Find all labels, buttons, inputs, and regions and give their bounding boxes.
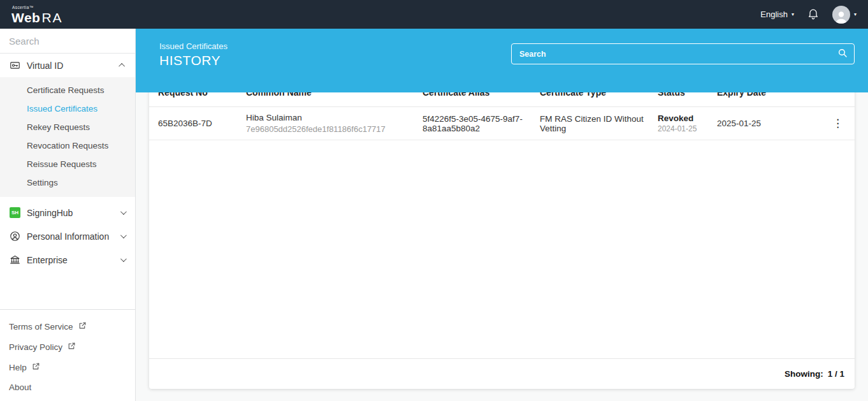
page-header-band: Issued Certificates HISTORY: [136, 29, 868, 92]
webra-app: Ascertia™ WebRA English ▾ ▾: [0, 0, 868, 401]
table-footer: Showing: 1 / 1: [149, 358, 855, 389]
sidebar: Virtual ID Certificate Requests Issued C…: [0, 29, 136, 401]
link-label: Help: [9, 363, 27, 372]
cell-common-name: Hiba Sulaiman 7e96805dd2526fede1f81186f6…: [237, 107, 414, 140]
brand-logo: Ascertia™ WebRA: [11, 4, 63, 25]
chevron-up-icon: [119, 63, 125, 69]
table-search-input[interactable]: [519, 50, 837, 59]
person-icon: [10, 231, 20, 242]
row-actions-button[interactable]: ⋮: [828, 115, 847, 131]
sidebar-search: [0, 29, 135, 54]
cell-status: Revoked 2024-01-25: [649, 107, 708, 140]
kebab-icon: ⋮: [832, 117, 843, 129]
table-empty-area: [149, 140, 855, 358]
showing-value: 1 / 1: [828, 369, 844, 379]
sidebar-search-input[interactable]: [9, 36, 136, 47]
table-search: [511, 43, 855, 64]
sidebar-item-reissue-requests[interactable]: Reissue Requests: [0, 155, 135, 173]
cell-actions: ⋮: [816, 107, 855, 140]
brand-webra-label: WebRA: [11, 11, 63, 24]
chevron-down-icon: [120, 256, 127, 262]
issued-certificates-card: Request No Common Name Certificate Alias…: [149, 78, 855, 389]
topbar-right-group: English ▾ ▾: [760, 6, 857, 24]
table-row[interactable]: 65B2036B-7D Hiba Sulaiman 7e96805dd2526f…: [149, 107, 855, 140]
cell-expiry-date: 2025-01-25: [708, 107, 816, 140]
chevron-down-icon: ▾: [854, 11, 857, 17]
avatar: [832, 6, 850, 24]
link-label: Privacy Policy: [9, 342, 62, 352]
link-label: About: [9, 383, 31, 392]
privacy-policy-link[interactable]: Privacy Policy: [0, 337, 135, 357]
sidebar-item-label: Personal Information: [27, 231, 114, 242]
chevron-down-icon: ▾: [792, 11, 794, 17]
status-badge: Revoked: [658, 113, 703, 123]
showing-label: Showing:: [785, 369, 823, 379]
sidebar-item-settings[interactable]: Settings: [0, 173, 135, 192]
sidebar-item-revocation-requests[interactable]: Revocation Requests: [0, 136, 135, 155]
sidebar-item-rekey-requests[interactable]: Rekey Requests: [0, 118, 135, 136]
virtual-id-icon: [10, 60, 20, 71]
sidebar-item-label: SigningHub: [27, 208, 114, 218]
notifications-button[interactable]: [807, 7, 820, 22]
sidebar-item-signinghub[interactable]: SH SigningHub: [0, 201, 135, 224]
chevron-down-icon: [120, 232, 127, 238]
signinghub-icon: SH: [10, 207, 20, 218]
sidebar-footer-links: Terms of Service Privacy Policy Help: [0, 309, 135, 401]
about-link[interactable]: About: [0, 377, 135, 397]
bank-icon: [10, 254, 20, 265]
sidebar-item-personal-information[interactable]: Personal Information: [0, 224, 135, 248]
language-label: English: [760, 10, 788, 19]
common-name-hash: 7e96805dd2526fede1f81186f6c17717: [246, 124, 409, 134]
search-icon[interactable]: [837, 48, 848, 61]
user-menu[interactable]: ▾: [832, 6, 857, 24]
chevron-down-icon: [120, 208, 127, 215]
cell-certificate-type: FM RAS Citizen ID Without Vetting: [531, 107, 649, 140]
link-label: Terms of Service: [9, 322, 73, 332]
sidebar-item-label: Enterprise: [27, 255, 114, 265]
terms-of-service-link[interactable]: Terms of Service: [0, 316, 135, 337]
common-name-text: Hiba Sulaiman: [246, 113, 409, 122]
external-link-icon: [78, 321, 87, 332]
status-date: 2024-01-25: [658, 124, 703, 133]
sidebar-item-certificate-requests[interactable]: Certificate Requests: [0, 81, 135, 99]
bell-icon: [807, 7, 820, 22]
sidebar-item-label: Virtual ID: [27, 61, 114, 71]
sidebar-item-issued-certificates[interactable]: Issued Certificates: [0, 99, 135, 118]
brand-ra-text: RA: [41, 10, 62, 25]
brand-web-text: Web: [11, 10, 40, 25]
external-link-icon: [32, 362, 40, 372]
virtual-id-submenu: Certificate Requests Issued Certificates…: [0, 77, 135, 197]
cell-certificate-alias: 5f4226f5-3e05-4675-9af7-8a81aa5b80a2: [414, 107, 531, 140]
brand-ascertia-label: Ascertia™: [12, 6, 63, 10]
language-selector[interactable]: English ▾: [760, 10, 794, 19]
cell-request-no: 65B2036B-7D: [149, 107, 237, 140]
external-link-icon: [68, 342, 76, 352]
sidebar-item-enterprise[interactable]: Enterprise: [0, 248, 135, 272]
top-bar: Ascertia™ WebRA English ▾ ▾: [0, 0, 868, 29]
main-content: Issued Certificates HISTORY Req: [136, 29, 868, 401]
sidebar-item-virtual-id[interactable]: Virtual ID: [0, 54, 135, 77]
help-link[interactable]: Help: [0, 357, 135, 377]
